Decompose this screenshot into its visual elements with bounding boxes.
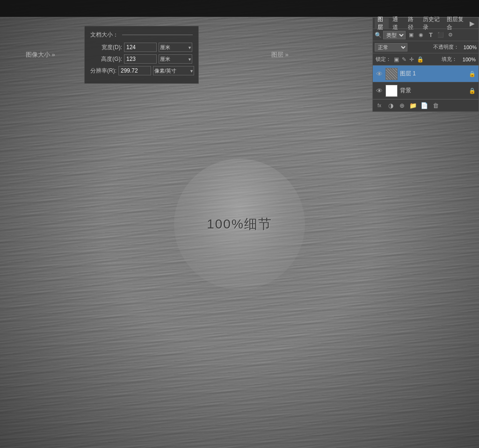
new-group-button[interactable]: 📁 [408,101,418,110]
height-input[interactable] [124,54,157,64]
layer-name-bg: 背景 [400,87,466,95]
height-label: 高度(G): [90,55,122,63]
type-filter-select[interactable]: 类型 名称 效果 [383,31,406,39]
layer-item-background[interactable]: 👁 背景 🔒 [373,82,479,99]
blend-mode-select[interactable]: 正常 溶解 正片叠底 滤色 [375,43,407,51]
height-unit-wrapper: 厘米 像素 英寸 毫米 ▾ [159,54,192,64]
lock-position-icon[interactable]: ✎ [402,56,406,63]
layer-lock-icon-1: 🔒 [469,71,476,77]
doc-size-title: 文档大小： [90,31,193,39]
layer-mask-button[interactable]: ◑ [386,101,395,110]
lock-label: 锁定： [376,56,391,63]
resolution-unit-wrapper: 像素/英寸 像素/厘米 ▾ [153,66,194,75]
resolution-label: 分辨率(R): [90,67,116,75]
tab-layers[interactable]: 图层 [375,18,389,29]
lock-all-icon[interactable]: 🔒 [417,56,424,63]
lock-pixels-icon[interactable]: ▣ [394,56,399,63]
delete-layer-button[interactable]: 🗑 [431,101,440,110]
tab-layer-comps[interactable]: 图层复合 [444,18,467,29]
document-size-panel: 文档大小： 宽度(D): 厘米 像素 英寸 毫米 ▾ 高度(G): 厘米 像素 … [84,26,199,84]
layer-adjustment-button[interactable]: ⊕ [397,101,406,110]
doc-size-divider [122,35,193,35]
layers-lock-bar: 锁定： ▣ ✎ ✛ 🔒 填充： 100% [373,53,479,66]
adjustment-filter-icon[interactable]: ◉ [417,31,425,39]
smart-filter-icon[interactable]: ⚙ [446,31,455,39]
doc-size-title-text: 文档大小： [90,31,118,39]
fill-label: 填充： [442,56,457,63]
layer-visibility-1[interactable]: 👁 [376,70,383,78]
opacity-label: 不透明度： [433,44,459,51]
tab-history[interactable]: 历史记录 [420,18,443,29]
pixel-filter-icon[interactable]: ▣ [407,31,415,39]
layer-fx-button[interactable]: fx [375,101,384,110]
width-unit-select[interactable]: 厘米 像素 英寸 毫米 [159,43,192,52]
tabs-more-button[interactable]: ▶ [468,20,477,27]
layer-thumb-1 [385,68,398,80]
layer-name-1: 图层 1 [400,70,466,78]
layer-thumb-bg [385,85,398,97]
layers-tabs-bar: 图层 通道 路径 历史记录 图层复合 ▶ [373,18,479,29]
nav-left[interactable]: 图像大小 » [26,51,55,59]
lock-move-icon[interactable]: ✛ [409,56,414,63]
resolution-input[interactable] [118,66,151,75]
fill-value[interactable]: 100% [460,57,476,62]
width-unit-wrapper: 厘米 像素 英寸 毫米 ▾ [159,43,192,52]
width-label: 宽度(D): [90,44,122,51]
nav-left-text: 图像大小 » [26,51,55,59]
layer-lock-icon-bg: 🔒 [469,88,476,94]
layer-thumb-white-bg [386,85,397,96]
text-filter-icon[interactable]: T [427,31,435,39]
width-row: 宽度(D): 厘米 像素 英寸 毫米 ▾ [90,43,193,52]
layers-panel: 图层 通道 路径 历史记录 图层复合 ▶ 🔍 类型 名称 效果 ▣ ◉ T ⬛ … [372,17,479,112]
layers-bottom-bar: fx ◑ ⊕ 📁 📄 🗑 [373,99,479,111]
opacity-value[interactable]: 100% [461,44,477,50]
tab-channels[interactable]: 通道 [390,18,404,29]
layers-blend-opacity-bar: 正常 溶解 正片叠底 滤色 不透明度： 100% [373,41,479,53]
detail-circle: 100%细节 [174,159,305,290]
layer-visibility-bg[interactable]: 👁 [376,87,383,95]
search-icon[interactable]: 🔍 [375,32,382,38]
new-layer-button[interactable]: 📄 [420,101,429,110]
width-input[interactable] [124,43,157,52]
resolution-unit-select[interactable]: 像素/英寸 像素/厘米 [153,66,194,75]
resolution-row: 分辨率(R): 像素/英寸 像素/厘米 ▾ [90,66,193,75]
nav-right[interactable]: 图层 » [271,51,289,59]
detail-label: 100%细节 [207,215,272,233]
layer-thumb-pattern-1 [386,68,397,80]
shape-filter-icon[interactable]: ⬛ [436,31,445,39]
nav-right-text: 图层 » [271,51,289,59]
tab-paths[interactable]: 路径 [405,18,419,29]
height-unit-select[interactable]: 厘米 像素 英寸 毫米 [159,54,192,64]
app-top-bar [0,0,479,17]
height-row: 高度(G): 厘米 像素 英寸 毫米 ▾ [90,54,193,64]
layer-item-1[interactable]: 👁 图层 1 🔒 [373,66,479,82]
